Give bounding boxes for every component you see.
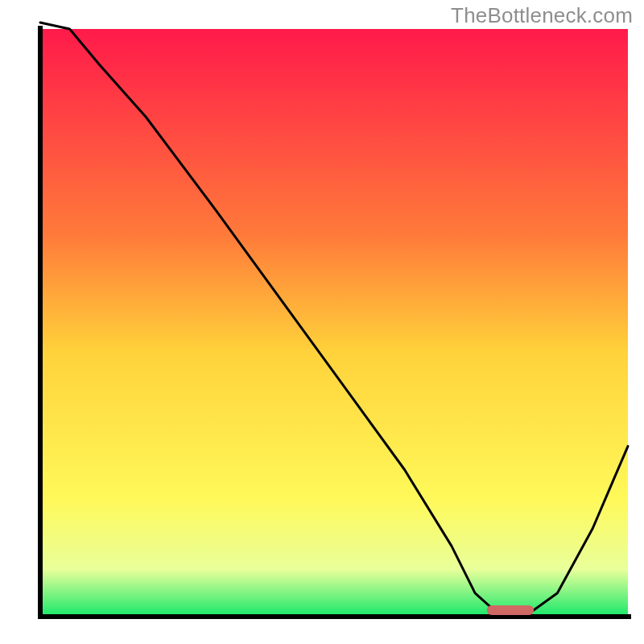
bottleneck-chart — [0, 0, 644, 644]
chart-container: TheBottleneck.com — [0, 0, 644, 644]
optimal-range-marker — [487, 605, 534, 615]
svg-rect-0 — [40, 29, 628, 617]
